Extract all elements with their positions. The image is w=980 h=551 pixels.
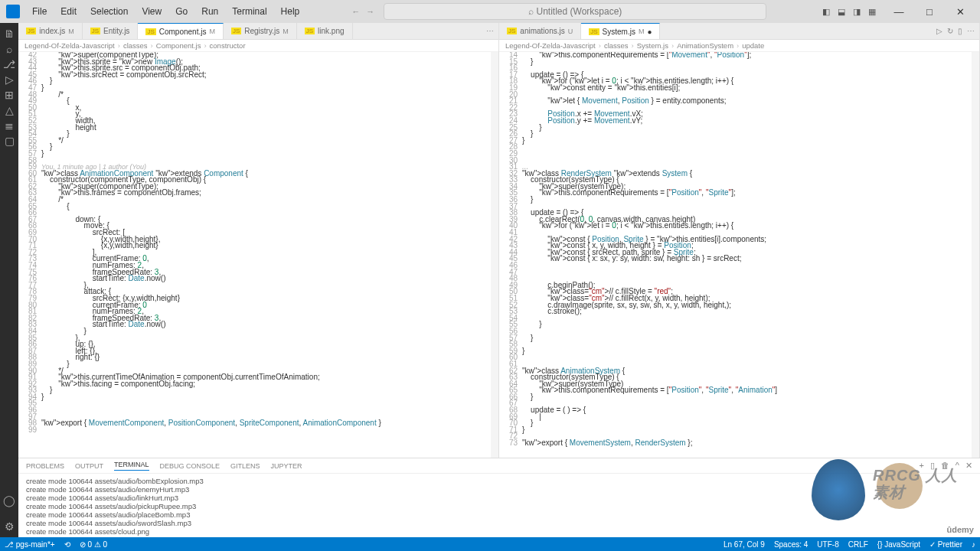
- status-item[interactable]: {} JavaScript: [877, 540, 920, 549]
- panel-split-icon[interactable]: ▯: [930, 461, 935, 471]
- menu-help[interactable]: Help: [275, 3, 306, 20]
- gear-icon[interactable]: ⚙: [2, 520, 17, 536]
- terminal-output[interactable]: create mode 100644 assets/audio/bombExpl…: [18, 474, 980, 542]
- breadcrumb-segment[interactable]: AnimationSystem: [677, 41, 733, 50]
- search-icon: ⌕: [528, 6, 534, 17]
- scm-icon[interactable]: ⎇: [2, 58, 17, 73]
- editor-area: JSindex.jsMJSEntity.jsJSComponent.jsMJSR…: [18, 23, 980, 542]
- menu-file[interactable]: File: [26, 3, 53, 20]
- tab-actions: ▷↻▯⋯: [932, 23, 979, 39]
- minimap[interactable]: [491, 52, 498, 458]
- db-icon[interactable]: ≣: [2, 119, 17, 135]
- breadcrumb-segment[interactable]: constructor: [210, 41, 246, 50]
- status-item[interactable]: ✓ Prettier: [929, 540, 962, 549]
- search-placeholder: Untitled (Workspace): [537, 6, 622, 17]
- menu-edit[interactable]: Edit: [54, 3, 83, 20]
- layout-controls: ◧ ⬓ ◨ ▦: [822, 7, 876, 17]
- code-content[interactable]: "kw">super(componentType); "kw">this.spr…: [41, 52, 491, 458]
- tab-link-png[interactable]: JSlink.png: [297, 23, 353, 39]
- tab-entity-js[interactable]: JSEntity.js: [83, 23, 139, 39]
- status-item[interactable]: ♪: [972, 540, 975, 549]
- breadcrumb-right[interactable]: Legend-Of-Zelda-Javascript›classes›Syste…: [499, 40, 979, 52]
- panel-new-terminal-icon[interactable]: +: [919, 461, 923, 471]
- status-item[interactable]: Ln 67, Col 9: [724, 540, 765, 549]
- breadcrumb-segment[interactable]: update: [742, 41, 764, 50]
- menu-bar: FileEditSelectionViewGoRunTerminalHelp: [26, 3, 305, 20]
- tab-system-js[interactable]: JSSystem.jsM●: [581, 23, 660, 39]
- tab-index-js[interactable]: JSindex.jsM: [18, 23, 83, 39]
- line-gutter: 4243444546474849505152535455565758596061…: [18, 52, 41, 458]
- dirty-indicator-icon: ●: [647, 28, 652, 36]
- status-item[interactable]: ⊘ 0 ⚠ 0: [80, 540, 107, 549]
- toggle-panel-bottom-icon[interactable]: ⬓: [838, 7, 845, 17]
- command-center[interactable]: ⌕ Untitled (Workspace): [384, 3, 766, 20]
- file-icon: JS: [305, 28, 315, 34]
- window-controls: — □ ✕: [885, 2, 974, 21]
- tab-component-js[interactable]: JSComponent.jsM: [138, 23, 224, 39]
- breadcrumb-left[interactable]: Legend-Of-Zelda-Javascript›classes›Compo…: [18, 40, 498, 52]
- tab-action-icon[interactable]: ⋯: [486, 27, 494, 35]
- menu-view[interactable]: View: [136, 3, 168, 20]
- debug-icon[interactable]: ▷: [2, 73, 17, 89]
- tab-animations-js[interactable]: JSanimations.jsU: [499, 23, 581, 39]
- webcam-overlay: [877, 463, 923, 509]
- tab-modified-badge: M: [68, 28, 74, 35]
- minimize-icon[interactable]: —: [885, 2, 913, 21]
- files-icon[interactable]: 🗎: [2, 28, 17, 43]
- nav-forward-icon[interactable]: →: [366, 7, 374, 16]
- panel-trash-icon[interactable]: 🗑: [941, 461, 949, 471]
- code-content[interactable]: "kw">this.componentRequirements = ["Move…: [522, 52, 972, 458]
- panel-close-icon[interactable]: ✕: [965, 461, 972, 471]
- menu-run[interactable]: Run: [195, 3, 224, 20]
- status-item[interactable]: ⎇ pgs-main*+: [5, 540, 55, 549]
- nav-back-icon[interactable]: ←: [351, 7, 360, 16]
- tab-modified-badge: M: [209, 28, 215, 35]
- tab-registry-js[interactable]: JSRegistry.jsM: [224, 23, 297, 39]
- panel-maximize-icon[interactable]: ^: [956, 461, 959, 471]
- breadcrumb-segment[interactable]: Legend-Of-Zelda-Javascript: [505, 41, 596, 50]
- minimap[interactable]: [972, 52, 979, 458]
- status-item[interactable]: CRLF: [848, 540, 868, 549]
- breadcrumb-segment[interactable]: Component.js: [156, 41, 201, 50]
- panel-tab-problems[interactable]: PROBLEMS: [26, 462, 64, 470]
- toggle-panel-left-icon[interactable]: ◧: [822, 7, 830, 17]
- panel-tab-terminal[interactable]: TERMINAL: [114, 461, 149, 471]
- extensions-icon[interactable]: ⊞: [2, 89, 17, 104]
- code-area-right[interactable]: 1415161718192021222324252627282930313233…: [499, 52, 979, 458]
- tab-label: link.png: [318, 27, 344, 35]
- menu-terminal[interactable]: Terminal: [226, 3, 273, 20]
- code-area-left[interactable]: 4243444546474849505152535455565758596061…: [18, 52, 498, 458]
- test-icon[interactable]: △: [2, 104, 17, 119]
- search-icon[interactable]: ⌕: [2, 43, 17, 58]
- close-icon[interactable]: ✕: [946, 2, 974, 21]
- breadcrumb-segment[interactable]: classes: [604, 41, 629, 50]
- line-gutter: 1415161718192021222324252627282930313233…: [499, 52, 522, 458]
- maximize-icon[interactable]: □: [916, 2, 943, 21]
- tab-action-icon[interactable]: ▯: [958, 27, 962, 35]
- menu-go[interactable]: Go: [169, 3, 194, 20]
- panel-tab-gitlens[interactable]: GITLENS: [230, 462, 260, 470]
- account-icon[interactable]: ◯: [2, 494, 17, 510]
- editor-pane-right: JSanimations.jsUJSSystem.jsM●▷↻▯⋯ Legend…: [499, 23, 980, 458]
- customize-layout-icon[interactable]: ▦: [868, 7, 876, 17]
- breadcrumb-segment[interactable]: Legend-Of-Zelda-Javascript: [24, 41, 115, 50]
- activity-bar: 🗎⌕⎇▷⊞△≣▢ ◯⚙: [0, 23, 18, 542]
- file-icon: JS: [589, 28, 599, 35]
- tab-action-icon[interactable]: ⋯: [967, 27, 975, 35]
- status-item[interactable]: Spaces: 4: [774, 540, 808, 549]
- panel-tab-output[interactable]: OUTPUT: [75, 462, 103, 470]
- panel-tab-jupyter[interactable]: JUPYTER: [271, 462, 302, 470]
- toggle-panel-right-icon[interactable]: ◨: [853, 7, 861, 17]
- panel-actions: + ▯ 🗑 ^ ✕: [919, 461, 972, 471]
- panel-tab-debug-console[interactable]: DEBUG CONSOLE: [160, 462, 220, 470]
- status-item[interactable]: UTF-8: [817, 540, 838, 549]
- tab-action-icon[interactable]: ▷: [936, 27, 942, 35]
- status-item[interactable]: ⟲: [64, 540, 70, 549]
- tab-action-icon[interactable]: ↻: [947, 27, 953, 35]
- breadcrumb-segment[interactable]: System.js: [637, 41, 668, 50]
- nav-arrows: ← →: [351, 7, 374, 16]
- tab-label: Component.js: [159, 28, 207, 36]
- docker-icon[interactable]: ▢: [2, 135, 17, 150]
- menu-selection[interactable]: Selection: [84, 3, 134, 20]
- breadcrumb-segment[interactable]: classes: [123, 41, 148, 50]
